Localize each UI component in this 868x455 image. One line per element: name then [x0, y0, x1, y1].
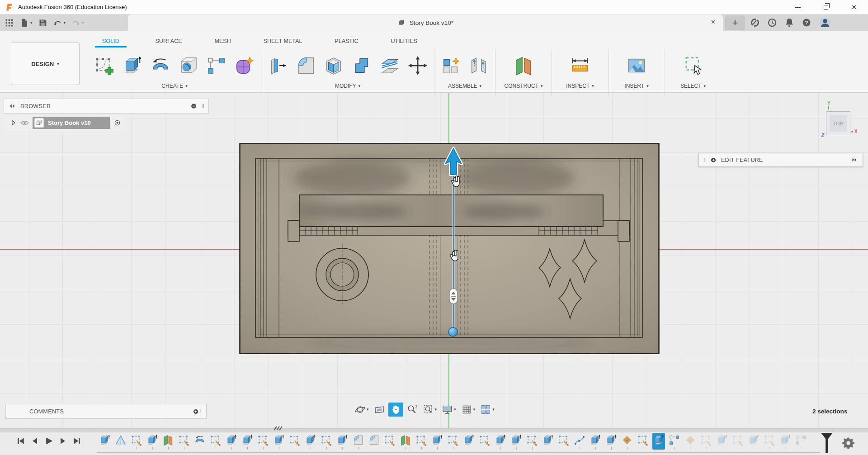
group-label-assemble[interactable]: ASSEMBLE ▾ [448, 83, 481, 89]
timeline-feature-extrude[interactable] [462, 433, 475, 450]
timeline-feature-sketch[interactable] [478, 433, 491, 450]
expand-arrow-icon[interactable] [10, 119, 17, 126]
document-tab[interactable]: Story Book v10* ✕ [128, 14, 723, 31]
ribbon-tab-solid[interactable]: SOLID [95, 37, 127, 47]
manipulator-origin-sphere[interactable] [448, 327, 458, 337]
timeline-feature-sketch[interactable] [178, 433, 190, 450]
new-tab-button[interactable]: + [725, 15, 745, 30]
comments-panel[interactable]: COMMENTS ‖ [5, 404, 207, 419]
group-label-insert[interactable]: INSERT ▾ [624, 83, 648, 89]
timeline-feature-sketch[interactable] [130, 433, 143, 450]
nav-display-settings-button[interactable]: ▾ [440, 403, 458, 417]
timeline-feature-sketch[interactable] [526, 433, 538, 450]
viewcube-face-top[interactable]: TOP [826, 111, 850, 135]
timeline-feature-sketch[interactable] [557, 433, 570, 450]
timeline-feature-sketch[interactable] [731, 433, 744, 450]
timeline-feature-extrude[interactable] [273, 433, 285, 450]
timeline-feature-extrude[interactable] [241, 433, 254, 450]
maximize-button[interactable] [812, 0, 840, 14]
timeline-feature-extrude[interactable] [336, 433, 349, 450]
group-label-modify[interactable]: MODIFY ▾ [335, 83, 360, 89]
tool-hole[interactable] [175, 51, 202, 81]
tool-revolve[interactable] [147, 51, 174, 81]
undo-button[interactable]: ▾ [53, 18, 66, 28]
timeline-feature-spline[interactable] [573, 433, 586, 450]
tool-measure[interactable] [567, 51, 593, 81]
collapse-panel-icon[interactable] [8, 102, 16, 110]
timeline-position-marker[interactable] [821, 433, 833, 453]
help-icon[interactable]: ? [801, 17, 812, 28]
manipulator-arrow[interactable] [445, 148, 462, 175]
group-label-select[interactable]: SELECT ▾ [680, 83, 706, 89]
nav-pan-button[interactable] [388, 403, 403, 417]
timeline-feature-revolve[interactable] [193, 433, 206, 450]
ribbon-tab-plastic[interactable]: PLASTIC [331, 37, 362, 47]
timeline-scrollbar[interactable] [0, 428, 868, 432]
timeline-feature-extrude[interactable] [304, 433, 317, 450]
tool-rectangular-pattern[interactable] [203, 51, 230, 81]
panel-grip[interactable]: ‖ [199, 408, 202, 415]
timeline-feature-sketch[interactable] [637, 433, 649, 450]
nav-zoom-button[interactable] [405, 403, 420, 417]
tab-close-icon[interactable]: ✕ [711, 19, 716, 25]
panel-grip[interactable]: ‖ [202, 103, 204, 109]
tool-press-pull[interactable] [264, 51, 291, 81]
group-label-construct[interactable]: CONSTRUCT ▾ [505, 83, 543, 89]
tool-move-copy[interactable] [405, 51, 431, 81]
move-manipulator[interactable] [439, 146, 470, 345]
tool-new-component[interactable] [438, 51, 464, 81]
nav-fit-button[interactable]: ▾ [421, 403, 439, 417]
timeline-feature-extrude[interactable] [510, 433, 523, 450]
timeline-feature-sketch[interactable] [288, 433, 301, 450]
timeline-feature-extrude[interactable] [652, 433, 665, 450]
close-button[interactable]: ✕ [840, 0, 868, 14]
group-label-create[interactable]: CREATE ▾ [161, 83, 187, 89]
timeline-feature-sketch[interactable] [763, 433, 776, 450]
tool-offset-face[interactable] [377, 51, 403, 81]
workspace-selector[interactable]: DESIGN ▾ [11, 43, 80, 85]
timeline-feature-sketch[interactable] [320, 433, 333, 450]
file-button[interactable]: ▾ [19, 18, 33, 28]
timeline-feature-extrude[interactable] [747, 433, 760, 450]
timeline-feature-extrude[interactable] [542, 433, 554, 450]
timeline-feature-sketch[interactable] [415, 433, 428, 450]
tool-fillet[interactable] [292, 51, 319, 81]
nav-viewports-button[interactable]: ▾ [478, 403, 496, 417]
timeline-feature-extrude[interactable] [589, 433, 602, 450]
timeline-feature-pattern[interactable] [795, 433, 807, 450]
timeline-feature-extrude[interactable] [431, 433, 443, 450]
tool-extrude[interactable] [119, 51, 146, 81]
timeline-play-button[interactable] [44, 436, 53, 446]
expand-dialog-icon[interactable] [851, 156, 858, 163]
add-comment-icon[interactable] [192, 408, 199, 415]
tool-shell[interactable] [321, 51, 347, 81]
edit-feature-dialog[interactable]: ‖ EDIT FEATURE [698, 153, 863, 167]
collapse-all-icon[interactable] [190, 102, 198, 110]
tool-create-sketch[interactable] [91, 51, 118, 81]
timeline-feature-sketch[interactable] [209, 433, 222, 450]
visibility-eye-icon[interactable] [20, 118, 29, 128]
timeline-feature-extrude[interactable] [146, 433, 159, 450]
group-label-inspect[interactable]: INSPECT ▾ [566, 83, 594, 89]
extensions-icon[interactable] [750, 17, 760, 28]
tool-construction-plane[interactable] [510, 51, 537, 81]
nav-orbit-button[interactable]: ▾ [353, 403, 371, 417]
ribbon-tab-surface[interactable]: SURFACE [152, 37, 186, 47]
tool-insert-canvas[interactable] [623, 51, 650, 81]
view-cube[interactable]: TOP Y X Z [821, 103, 866, 144]
browser-root-item[interactable]: Story Book v10 [4, 115, 126, 131]
timeline-feature-fillet[interactable] [368, 433, 380, 450]
timeline-feature-fillet[interactable] [352, 433, 364, 450]
save-button[interactable] [38, 18, 47, 28]
timeline-feature-extrude[interactable] [225, 433, 238, 450]
timeline-feature-extrude[interactable] [605, 433, 618, 450]
tool-combine[interactable] [349, 51, 375, 81]
activate-component-icon[interactable] [113, 118, 122, 127]
manipulator-slider-handle[interactable] [449, 289, 458, 304]
minimize-button[interactable] [784, 0, 812, 14]
tool-form[interactable] [231, 51, 258, 81]
dialog-grip[interactable]: ‖ [703, 157, 706, 163]
tool-select[interactable] [680, 51, 706, 81]
timeline-feature-extrude[interactable] [716, 433, 728, 450]
timeline-feature-mirror[interactable] [114, 433, 127, 450]
